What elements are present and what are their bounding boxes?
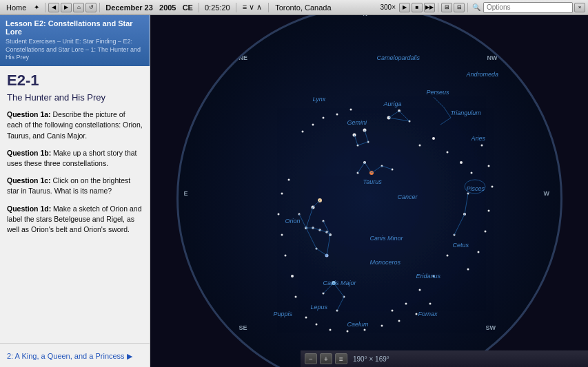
- q1c-label: Question 1c:: [7, 176, 51, 185]
- stellarium-icon: ✦: [31, 2, 42, 13]
- q1d-label: Question 1d:: [7, 205, 51, 213]
- breadcrumb: Student Exercises – Unit E: Star Finding…: [6, 38, 144, 62]
- svg-point-63: [491, 185, 493, 187]
- svg-line-95: [465, 193, 468, 214]
- q1b-label: Question 1b:: [7, 149, 51, 157]
- zoom-minus-btn[interactable]: −: [305, 353, 317, 364]
- star-map-circle[interactable]: Orion Taurus Canis Major Canis Minor Gem…: [176, 15, 562, 367]
- lesson-content: E2-1 The Hunter and His Prey Question 1a…: [0, 66, 150, 343]
- zoom-plus-btn[interactable]: +: [320, 353, 332, 364]
- svg-point-50: [346, 330, 348, 332]
- year-text: 2005: [159, 3, 176, 12]
- svg-point-47: [305, 316, 307, 318]
- next-lesson-link[interactable]: 2: A King, a Queen, and a Princess ▶: [7, 352, 132, 360]
- svg-point-40: [287, 178, 290, 180]
- svg-point-35: [446, 254, 448, 256]
- svg-point-29: [446, 151, 448, 153]
- exercise-title: The Hunter and His Prey: [7, 92, 143, 103]
- sep6: [438, 3, 438, 12]
- svg-point-43: [281, 233, 283, 235]
- svg-line-74: [327, 235, 330, 255]
- stop-btn[interactable]: ■: [412, 3, 423, 12]
- next-btn[interactable]: ▶: [61, 3, 72, 12]
- svg-point-49: [329, 328, 331, 331]
- svg-line-79: [358, 162, 365, 173]
- svg-point-44: [284, 254, 286, 256]
- svg-point-62: [487, 165, 489, 167]
- svg-point-59: [336, 113, 338, 115]
- svg-point-45: [291, 275, 294, 277]
- svg-point-55: [429, 302, 431, 304]
- zoom-lines-btn[interactable]: ≡: [335, 353, 347, 364]
- svg-point-41: [281, 192, 283, 194]
- sep5: [268, 3, 269, 12]
- dir-ne: NE: [239, 54, 248, 61]
- bottom-toolbar: − + ≡ 190° × 169°: [301, 350, 588, 367]
- layout1-btn[interactable]: ⊞: [441, 3, 452, 12]
- dir-sw: SW: [486, 324, 496, 331]
- svg-point-28: [432, 137, 435, 140]
- layout-controls: ⊞ ⊟: [441, 3, 465, 12]
- layout2-btn[interactable]: ⊟: [454, 3, 465, 12]
- sep1: [45, 3, 45, 12]
- playback-controls: ▶ ■ ▶▶: [399, 3, 435, 12]
- q1a-label: Question 1a:: [7, 110, 51, 118]
- time-frac: 20: [221, 3, 230, 12]
- svg-line-89: [389, 111, 399, 118]
- lesson-title: Lesson E2: Constellations and Star Lore: [6, 19, 144, 36]
- svg-line-85: [337, 297, 344, 311]
- search-clear-btn[interactable]: ×: [574, 3, 585, 12]
- sep2: [99, 3, 100, 12]
- main-area: Lesson E2: Constellations and Star Lore …: [0, 15, 588, 367]
- fov-display: 190° × 169°: [350, 355, 392, 363]
- svg-point-42: [277, 213, 279, 215]
- location-label: Toronto, Canada: [272, 3, 334, 12]
- svg-point-66: [477, 251, 479, 253]
- svg-line-72: [320, 230, 327, 232]
- svg-line-71: [313, 228, 320, 230]
- svg-line-80: [365, 162, 372, 173]
- svg-line-96: [454, 214, 465, 235]
- menubar: Home ✦ ◀ ▶ ⌂ ↺ December 23 2005 CE 0:25:…: [0, 0, 588, 15]
- play-btn[interactable]: ▶: [399, 3, 410, 12]
- dir-w: W: [544, 190, 550, 197]
- view-icon: ≡ ∨ ∧: [239, 3, 266, 12]
- search-input[interactable]: [483, 2, 573, 13]
- svg-point-48: [315, 323, 317, 325]
- ff-btn[interactable]: ▶▶: [424, 3, 435, 12]
- svg-line-82: [382, 166, 392, 169]
- zoom-level: 300×: [378, 3, 398, 11]
- svg-point-65: [484, 230, 486, 232]
- exercise-id: E2-1: [7, 72, 143, 90]
- constellation-svg: [179, 15, 560, 367]
- ce-text: CE: [183, 3, 193, 12]
- sep3: [199, 3, 199, 12]
- sep7: [467, 3, 468, 12]
- question-1d: Question 1d: Make a sketch of Orion and …: [7, 204, 143, 235]
- menu-date: December 23 2005 CE: [103, 3, 196, 12]
- svg-point-60: [349, 108, 352, 110]
- prev-btn[interactable]: ◀: [48, 3, 59, 12]
- home-btn[interactable]: ⌂: [73, 3, 84, 12]
- svg-line-77: [299, 214, 306, 228]
- nav-controls: ◀ ▶ ⌂ ↺: [48, 3, 97, 12]
- svg-line-84: [323, 283, 334, 293]
- svg-point-54: [415, 313, 417, 315]
- svg-line-86: [354, 135, 358, 145]
- svg-point-38: [405, 302, 407, 304]
- home-menu[interactable]: Home: [3, 3, 30, 12]
- svg-point-52: [381, 324, 383, 326]
- sep4: [236, 3, 236, 12]
- svg-line-94: [440, 118, 451, 125]
- svg-line-69: [306, 207, 313, 228]
- refresh-btn[interactable]: ↺: [85, 3, 97, 12]
- svg-point-27: [418, 144, 420, 146]
- svg-point-57: [312, 123, 314, 125]
- svg-point-30: [460, 161, 463, 164]
- svg-line-68: [313, 200, 320, 207]
- question-1b: Question 1b: Make up a short story that …: [7, 148, 143, 169]
- svg-point-39: [391, 309, 393, 311]
- svg-point-37: [418, 289, 420, 291]
- star-map-panel[interactable]: Orion Taurus Canis Major Canis Minor Gem…: [150, 15, 588, 367]
- dir-n: N: [363, 15, 368, 17]
